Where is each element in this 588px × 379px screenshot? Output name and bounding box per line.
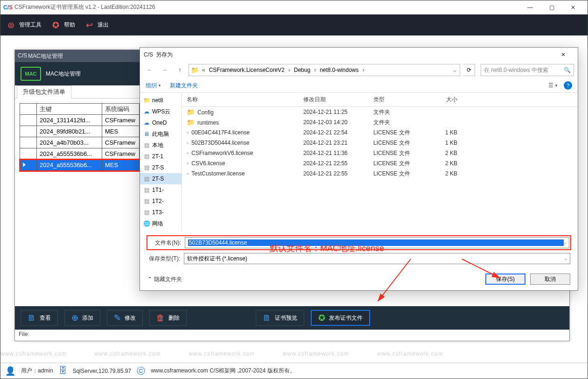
disk-icon: ▤ — [143, 209, 150, 216]
delete-icon: 🗑 — [156, 313, 165, 323]
breadcrumb-seg[interactable]: Debug — [292, 64, 313, 76]
dialog-close-button[interactable]: ✕ — [553, 48, 574, 61]
cloud-icon: ☁ — [143, 108, 150, 115]
add-button[interactable]: ⊕添加 — [64, 310, 100, 326]
col-type[interactable]: 类型 — [369, 96, 425, 104]
list-item[interactable]: ▫TestCustomer.license2024-12-21 22:55LIC… — [182, 168, 578, 179]
dialog-title: 另存为 — [156, 51, 173, 59]
app-logo-icon: C/S — [144, 51, 153, 58]
window-title: CSFramework证书管理系统 v1.2 - LastEdition:202… — [14, 3, 155, 11]
type-row: 保存类型(T): 软件授权证书 (*.license) ⌵ — [147, 253, 570, 264]
net-icon: 🌐 — [143, 220, 150, 227]
address-dropdown[interactable]: ⌵ — [452, 67, 458, 73]
disk-icon: ▤ — [143, 153, 150, 160]
new-folder-button[interactable]: 新建文件夹 — [170, 82, 198, 90]
edit-button[interactable]: ✎修改 — [107, 310, 143, 326]
file-icon: ▫ — [187, 150, 189, 156]
back-button[interactable]: ← — [144, 64, 156, 76]
app-logo-icon: C/S — [18, 52, 25, 60]
tree-item[interactable]: ▤1T2- — [140, 196, 182, 207]
tree-item[interactable]: ▤2T-1 — [140, 151, 182, 162]
chevron-down-icon[interactable]: ⌵ — [564, 240, 566, 245]
list-item[interactable]: ▫502B73D50444.license2024-12-21 23:21LIC… — [182, 138, 578, 148]
site-label: www.csframework.com C/S框架网 ,2007-2024 版权… — [151, 367, 295, 375]
folder-icon: 📁 — [187, 108, 195, 116]
user-label: 用户：admin — [21, 367, 53, 375]
cancel-button[interactable]: 取消 — [530, 274, 570, 285]
tree-item[interactable]: ▤1T3- — [140, 207, 182, 218]
folder-icon: 📁 — [191, 66, 199, 74]
delete-button[interactable]: 🗑删除 — [149, 310, 187, 326]
edit-icon: ✎ — [114, 313, 121, 323]
tree-item[interactable]: 🌐网络 — [140, 218, 182, 229]
mac-header-title: MAC地址管理 — [46, 70, 81, 78]
col-key[interactable]: 主键 — [37, 104, 102, 115]
col-size[interactable]: 大小 — [425, 96, 462, 104]
tree-item[interactable]: ☁WPS云 — [140, 106, 182, 117]
file-icon: ▫ — [187, 140, 189, 146]
minimize-button[interactable]: — — [519, 0, 541, 14]
db-label: SqlServer,120.79.85.97 — [73, 368, 131, 374]
ribbon-tools[interactable]: ⊜ 管理工具 — [5, 20, 42, 31]
file-list[interactable]: 名称 修改日期 类型 大小 📁Config2024-12-21 11:25文件夹… — [182, 93, 578, 232]
search-icon: 🔍 — [564, 67, 571, 73]
list-item[interactable]: ▫00E04C4417F4.license2024-12-21 22:54LIC… — [182, 127, 578, 138]
tree-item[interactable]: 📁net8 — [140, 95, 182, 106]
breadcrumb-seg[interactable]: net8.0-windows — [317, 64, 361, 76]
refresh-button[interactable]: ⟳ — [463, 64, 475, 76]
list-header: 名称 修改日期 类型 大小 — [182, 93, 578, 107]
save-button[interactable]: 保存(S) — [485, 274, 525, 285]
toolbar: 🗎查看 ⊕添加 ✎修改 🗑删除 🗎证书预览 ✪发布证书文件 — [15, 306, 569, 330]
view-button[interactable]: 🗎查看 — [21, 310, 58, 326]
view-mode-button[interactable]: ☰ ▼ — [548, 82, 558, 89]
publish-icon: ✪ — [318, 313, 325, 323]
tree-item[interactable]: ▤2T-S — [140, 173, 182, 184]
db-icon: 🗄 — [59, 366, 67, 376]
preview-icon: 🗎 — [263, 313, 271, 323]
up-button[interactable]: ↑ — [174, 64, 186, 76]
help-button[interactable]: ? — [564, 81, 572, 90]
maximize-button[interactable]: ▢ — [541, 0, 562, 14]
cloud-icon: ☁ — [143, 119, 150, 126]
organize-menu[interactable]: 组织 ▼ — [146, 82, 161, 90]
filename-input[interactable]: 502B73D50444.license ⌵ — [185, 237, 569, 248]
user-icon: 👤 — [5, 366, 15, 376]
tree-item[interactable]: 🖥此电脑 — [140, 128, 182, 140]
dialog-toolbar: 组织 ▼ 新建文件夹 ☰ ▼ ? — [140, 78, 578, 92]
tree-item[interactable]: ▤本地 — [140, 140, 182, 151]
col-rowheader — [20, 104, 37, 115]
close-button[interactable]: ✕ — [562, 0, 584, 14]
forward-button[interactable]: → — [159, 64, 171, 76]
preview-button[interactable]: 🗎证书预览 — [256, 310, 304, 326]
pc-icon: 🖥 — [143, 131, 150, 137]
list-item[interactable]: 📁Config2024-12-21 11:25文件夹 — [182, 107, 578, 117]
tree-item[interactable]: ▤2T-S — [140, 162, 182, 173]
list-item[interactable]: ▫CSFrameworkV6.license2024-12-21 11:36LI… — [182, 148, 578, 158]
ribbon-exit[interactable]: ↩ 退出 — [84, 20, 109, 31]
filename-row: 文件名(N): 502B73D50444.license ⌵ — [147, 236, 570, 249]
disk-icon: ▤ — [143, 187, 150, 193]
list-item[interactable]: 📁runtimes2024-12-03 14:20文件夹 — [182, 117, 578, 127]
col-date[interactable]: 修改日期 — [299, 96, 369, 104]
view-icon: 🗎 — [28, 313, 36, 323]
list-item[interactable]: ▫CSV6.license2024-12-21 22:55LICENSE 文件2… — [182, 158, 578, 168]
search-input[interactable]: 在 net8.0-windows 中搜索 🔍 — [481, 64, 574, 76]
ribbon: ⊜ 管理工具 ✪ 帮助 ↩ 退出 — [0, 14, 588, 35]
chevron-down-icon[interactable]: ⌵ — [565, 256, 567, 261]
tree-item[interactable]: ▤1T1- — [140, 184, 182, 196]
type-select[interactable]: 软件授权证书 (*.license) ⌵ — [184, 253, 570, 264]
address-bar[interactable]: 📁 « CSFramework.LicenseCoreV2› Debug› ne… — [189, 64, 460, 76]
disk-icon: ▤ — [143, 142, 150, 148]
folder-tree[interactable]: 📁net8☁WPS云☁OneD🖥此电脑▤本地▤2T-1▤2T-S▤2T-S▤1T… — [140, 93, 182, 232]
col-name[interactable]: 名称 — [182, 96, 299, 104]
file-icon: ▫ — [187, 129, 189, 136]
tree-item[interactable]: ☁OneD — [140, 117, 182, 128]
ribbon-help[interactable]: ✪ 帮助 — [50, 20, 75, 31]
file-icon: ▫ — [187, 170, 189, 177]
breadcrumb-seg[interactable]: CSFramework.LicenseCoreV2 — [207, 64, 287, 76]
hide-folders-toggle[interactable]: ⌃ 隐藏文件夹 — [147, 275, 182, 283]
publish-button[interactable]: ✪发布证书文件 — [311, 310, 370, 326]
col-syscode[interactable]: 系统编码 — [102, 104, 140, 115]
tab-upgrade-list[interactable]: 升级包文件清单 — [17, 85, 71, 98]
dialog-actions: ⌃ 隐藏文件夹 保存(S) 取消 — [140, 270, 578, 290]
